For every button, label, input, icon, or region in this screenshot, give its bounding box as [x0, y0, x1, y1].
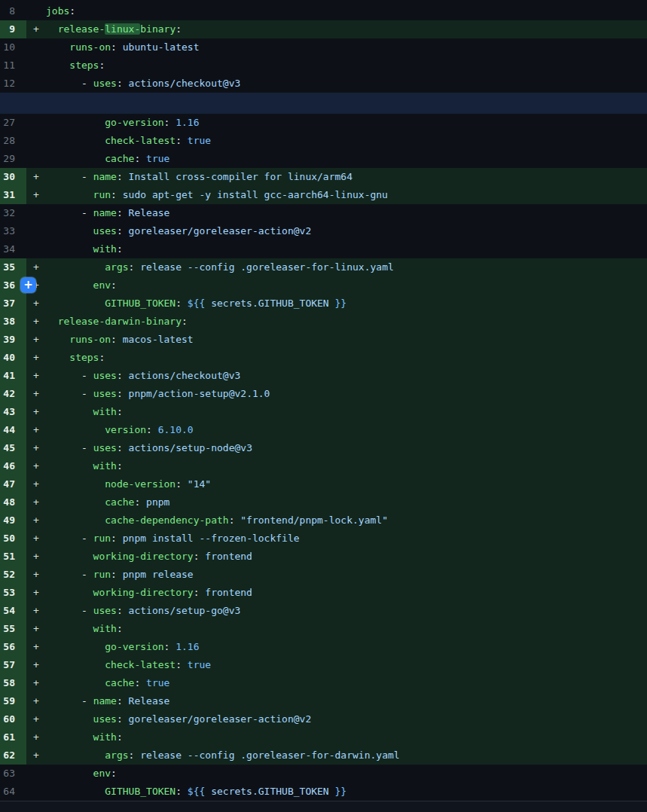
line-number[interactable]: 50: [0, 530, 26, 548]
diff-marker: +: [26, 403, 46, 421]
code-line: run: sudo apt-get -y install gcc-aarch64…: [46, 186, 647, 204]
add-comment-button[interactable]: +: [20, 277, 36, 293]
diff-marker: +: [26, 728, 46, 746]
diff-line: 51+ working-directory: frontend: [0, 548, 647, 566]
diff-marker: +: [26, 439, 46, 457]
line-number[interactable]: 34: [0, 240, 26, 258]
code-line: runs-on: macos-latest: [46, 331, 647, 349]
diff-marker: +: [26, 367, 46, 385]
line-number[interactable]: 64: [0, 783, 26, 801]
code-line: release-linux-binary:: [46, 20, 647, 38]
line-number[interactable]: 55: [0, 620, 26, 638]
line-number[interactable]: 61: [0, 728, 26, 746]
line-number[interactable]: 10: [0, 38, 26, 56]
diff-line: 53+ working-directory: frontend: [0, 584, 647, 602]
diff-line: 49+ cache-dependency-path: "frontend/pnp…: [0, 511, 647, 530]
code-line: working-directory: frontend: [46, 584, 647, 602]
line-number[interactable]: 32: [0, 204, 26, 222]
diff-line: 64 GITHUB_TOKEN: ${{ secrets.GITHUB_TOKE…: [0, 783, 647, 801]
diff-line: 27 go-version: 1.16: [0, 114, 647, 132]
diff-marker: [26, 75, 46, 93]
line-number[interactable]: 28: [0, 132, 26, 150]
diff-marker: +: [26, 746, 46, 765]
line-number[interactable]: 59: [0, 692, 26, 710]
line-number[interactable]: 12: [0, 75, 26, 93]
line-number[interactable]: 35: [0, 258, 26, 276]
diff-line: 60+ uses: goreleaser/goreleaser-action@v…: [0, 710, 647, 728]
diff-line: 10 runs-on: ubuntu-latest: [0, 38, 647, 56]
line-number[interactable]: 40: [0, 349, 26, 367]
line-number[interactable]: 27: [0, 114, 26, 132]
diff-marker: [26, 38, 46, 56]
line-number[interactable]: 41: [0, 367, 26, 385]
line-number[interactable]: 44: [0, 421, 26, 439]
diff-line: 50+ - run: pnpm install --frozen-lockfil…: [0, 530, 647, 548]
line-number[interactable]: 63: [0, 765, 26, 783]
diff-marker: +: [26, 530, 46, 548]
line-number[interactable]: 8: [0, 2, 26, 20]
diff-line: 42+ - uses: pnpm/action-setup@v2.1.0: [0, 385, 647, 403]
diff-line: 44+ version: 6.10.0: [0, 421, 647, 439]
line-number[interactable]: 30: [0, 168, 26, 186]
code-line: cache-dependency-path: "frontend/pnpm-lo…: [46, 511, 647, 530]
line-number[interactable]: 52: [0, 566, 26, 584]
diff-line: 61+ with:: [0, 728, 647, 746]
line-number[interactable]: 57: [0, 656, 26, 674]
diff-marker: +: [26, 566, 46, 584]
line-number[interactable]: 45: [0, 439, 26, 457]
line-number[interactable]: 49: [0, 511, 26, 530]
line-number[interactable]: 51: [0, 548, 26, 566]
diff-marker: [26, 783, 46, 801]
line-number[interactable]: 31: [0, 186, 26, 204]
diff-line: 55+ with:: [0, 620, 647, 638]
code-line: env:: [46, 765, 647, 783]
diff-bottom-border: [0, 801, 647, 812]
line-number[interactable]: 42: [0, 385, 26, 403]
line-number[interactable]: 38: [0, 313, 26, 331]
diff-marker: +: [26, 385, 46, 403]
code-line: version: 6.10.0: [46, 421, 647, 439]
diff-marker: [26, 222, 46, 240]
line-number[interactable]: 11: [0, 56, 26, 75]
diff-marker: +: [26, 548, 46, 566]
line-number[interactable]: 39: [0, 331, 26, 349]
line-number[interactable]: 48: [0, 493, 26, 511]
line-number[interactable]: 53: [0, 584, 26, 602]
line-number[interactable]: 43: [0, 403, 26, 421]
diff-marker: +: [26, 20, 46, 38]
line-number[interactable]: 58: [0, 674, 26, 692]
diff-marker: +: [26, 584, 46, 602]
diff-line: 32 - name: Release: [0, 204, 647, 222]
code-line: - uses: actions/setup-go@v3: [46, 602, 647, 620]
line-number[interactable]: 9: [0, 20, 26, 38]
diff-line: 36+ env:+: [0, 276, 647, 295]
diff-line: 12 - uses: actions/checkout@v3: [0, 75, 647, 93]
line-number[interactable]: 29: [0, 150, 26, 168]
diff-line: 45+ - uses: actions/setup-node@v3: [0, 439, 647, 457]
line-number[interactable]: 33: [0, 222, 26, 240]
code-line: runs-on: ubuntu-latest: [46, 38, 647, 56]
code-line: cache: true: [46, 674, 647, 692]
line-number[interactable]: 62: [0, 746, 26, 765]
diff-marker: +: [26, 638, 46, 656]
line-number[interactable]: 47: [0, 475, 26, 493]
code-line: - name: Release: [46, 692, 647, 710]
code-line: with:: [46, 240, 647, 258]
code-line: uses: goreleaser/goreleaser-action@v2: [46, 222, 647, 240]
code-line: - run: pnpm release: [46, 566, 647, 584]
diff-marker: +: [26, 421, 46, 439]
code-line: steps:: [46, 56, 647, 75]
diff-line: 29 cache: true: [0, 150, 647, 168]
line-number[interactable]: 60: [0, 710, 26, 728]
diff-line: 37+ GITHUB_TOKEN: ${{ secrets.GITHUB_TOK…: [0, 295, 647, 313]
code-line: working-directory: frontend: [46, 548, 647, 566]
diff-line: 28 check-latest: true: [0, 132, 647, 150]
code-line: - uses: actions/checkout@v3: [46, 75, 647, 93]
diff-marker: +: [26, 313, 46, 331]
line-number[interactable]: 54: [0, 602, 26, 620]
line-number[interactable]: 37: [0, 295, 26, 313]
expand-hidden-lines-row[interactable]: [0, 93, 647, 114]
line-number[interactable]: 56: [0, 638, 26, 656]
line-number[interactable]: 46: [0, 457, 26, 475]
diff-marker: [26, 56, 46, 75]
